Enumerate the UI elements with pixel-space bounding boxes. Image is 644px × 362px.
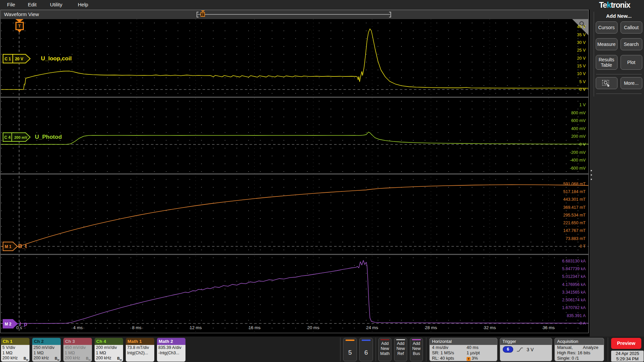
- ch4-scale-label: 1 V: [579, 102, 586, 108]
- horizontal-panel-title: Horizontal: [430, 338, 497, 345]
- time-axis-label: 36 ms: [537, 325, 560, 330]
- trigger-marker-flag-icon: T: [15, 22, 24, 30]
- math2-scale-label: 1.670782 kA: [562, 305, 586, 310]
- channel-badge-c1[interactable]: C 1 20 V: [3, 54, 31, 63]
- channel-badge-math2[interactable]: Math 2835.39 A/div-Intg(Ch3...: [157, 338, 185, 362]
- menu-file[interactable]: File: [7, 2, 15, 7]
- cursors-button[interactable]: Cursors: [596, 21, 618, 34]
- separator: [426, 338, 426, 361]
- trigger-position-marker[interactable]: T: [15, 19, 24, 33]
- callout-button[interactable]: Callout: [621, 21, 642, 34]
- menu-help[interactable]: Help: [78, 2, 88, 7]
- add-button-color-stripe: [396, 339, 405, 340]
- channel-badge-row: 450 mV/div: [65, 345, 91, 351]
- channel-slot-6[interactable]: 6: [359, 338, 373, 361]
- trace-label-math1[interactable]: B_t: [18, 242, 27, 251]
- channel-slots: 56: [343, 338, 373, 361]
- right-column: Add New... Cursors Callout Measure Searc…: [590, 10, 644, 337]
- waveform-view-header: Waveform View T: [1, 10, 588, 19]
- channel-badge-ch1[interactable]: Ch 15 V/div1 MΩ200 kHzBw: [1, 338, 30, 362]
- add-button-color-stripe: [380, 339, 389, 340]
- channel-badge-ch2[interactable]: Ch 2250 mV/div1 MΩ200 kHzBw: [32, 338, 61, 362]
- tektronix-logo: Tektronix: [599, 1, 630, 10]
- channel-badge-row: 200 mV/div: [96, 345, 122, 351]
- math-badge-m1[interactable]: M 1: [3, 242, 18, 251]
- time-axis-label: 12 ms: [184, 325, 207, 330]
- search-button[interactable]: Search: [621, 38, 642, 50]
- sidebar-divider: [596, 74, 642, 74]
- add-new-ref-button[interactable]: AddNewRef: [394, 338, 407, 361]
- trigger-panel[interactable]: Trigger 6 3 V: [500, 338, 552, 361]
- horizontal-position-indicator[interactable]: T: [197, 12, 391, 17]
- slot-number: 5: [343, 349, 357, 356]
- acquisition-panel[interactable]: Acquisition Manual,Analyze High Res: 16 …: [554, 338, 604, 361]
- results-table-button[interactable]: Results Table: [596, 55, 618, 70]
- add-new-math-button[interactable]: AddNewMath: [378, 338, 391, 361]
- indicator-trigger-flag-icon[interactable]: T: [201, 12, 205, 17]
- zoom-select-button[interactable]: [596, 77, 618, 89]
- menu-utility[interactable]: Utility: [50, 2, 62, 7]
- channel-badge-title: Math 1: [126, 338, 154, 345]
- separator: [340, 338, 340, 361]
- channel-badge-ch3[interactable]: Ch 3450 mV/div1 MΩ200 kHzBw: [63, 338, 92, 362]
- slot-number: 6: [360, 349, 373, 356]
- channel-slot-5[interactable]: 5: [343, 338, 357, 361]
- bandwidth-icon: Bw: [23, 356, 28, 362]
- channel-badge-row: 835.39 A/div: [158, 345, 184, 351]
- horizontal-panel[interactable]: Horizontal 4 ms/div40 ms SR: 1 MS/s1 µs/…: [429, 338, 497, 361]
- menu-edit[interactable]: Edit: [28, 2, 37, 7]
- time-text: 5:29:34 PM: [611, 356, 644, 362]
- svg-text:C 1: C 1: [5, 57, 11, 61]
- date-text: 24 Apr 2025: [611, 351, 644, 356]
- ch1-scale-label: 30 V: [577, 40, 586, 45]
- channel-badge-row: 200 kHzBw: [65, 356, 91, 361]
- add-new-bus-button[interactable]: AddNewBus: [410, 338, 423, 361]
- ch4-scale-label: 600 mV: [571, 118, 586, 123]
- time-axis-label: 24 ms: [360, 325, 384, 330]
- waveform-plot[interactable]: T C 1 20 V U_loop,coil C 4 200 mV U_Phot…: [1, 19, 588, 333]
- time-axis-label: 0 s: [7, 325, 31, 330]
- channel-badge-row: 5 V/div: [2, 345, 28, 351]
- preview-button[interactable]: Preview: [611, 338, 641, 349]
- plot-button[interactable]: Plot: [621, 55, 642, 70]
- math1-scale-label: 443.301 mT: [563, 197, 586, 202]
- channel-badge-row: 1 MΩ: [2, 351, 28, 356]
- trigger-source-badge: 6: [503, 346, 513, 353]
- add-button-label-line: Ref: [394, 351, 407, 356]
- math1-scale-label: 73.883 mT: [566, 236, 586, 241]
- channel-badge-title: Ch 2: [32, 338, 61, 345]
- math2-scale-label: 2.506174 kA: [562, 297, 586, 303]
- acquisition-analyze: Analyze: [583, 345, 598, 350]
- add-button-label-line: New: [379, 346, 391, 351]
- acquisition-mode: Manual,: [557, 345, 573, 350]
- ch1-scale-label: 35 V: [577, 32, 586, 38]
- sidebar-divider: [596, 94, 642, 94]
- measure-button[interactable]: Measure: [596, 38, 618, 50]
- add-button-label-line: New: [394, 346, 407, 351]
- add-button-label-line: Bus: [410, 351, 423, 356]
- channel-badge-ch4[interactable]: Ch 4200 mV/div1 MΩ200 kHzBw: [95, 338, 123, 362]
- time-axis-label: 16 ms: [243, 325, 266, 330]
- panel-drag-handle[interactable]: [591, 170, 592, 183]
- more-button[interactable]: More...: [621, 77, 642, 89]
- channel-badge-title: Math 2: [157, 338, 185, 345]
- acquisition-detail: High Res: 16 bits: [555, 350, 604, 356]
- add-button-color-stripe: [412, 339, 421, 340]
- horizontal-record-length: RL: 40 kpts: [432, 356, 467, 361]
- trace-label-ch1[interactable]: U_loop,coil: [41, 54, 72, 63]
- channel-badge-row: 250 mV/div: [34, 345, 59, 351]
- trace-label-ch4[interactable]: U_Photod: [35, 132, 62, 142]
- indicator-line: [198, 14, 390, 15]
- channel-badge-math1[interactable]: Math 173.8 mT/divIntg(Ch2)...: [126, 338, 154, 362]
- bandwidth-icon: Bw: [55, 356, 59, 362]
- add-new-header: Add New...: [594, 13, 644, 19]
- waveform-view-title: Waveform View: [4, 11, 39, 17]
- ch1-scale-label: 25 V: [577, 48, 586, 53]
- channel-badge-row: 200 kHzBw: [34, 356, 59, 361]
- time-axis-label: 4 ms: [66, 325, 90, 330]
- ch4-scale-label: -600 mV: [570, 166, 586, 171]
- trigger-flag-icon: T: [467, 357, 471, 361]
- math1-scale-label: 295.534 mT: [563, 213, 586, 218]
- channel-badge-row: -Intg(Ch3...: [158, 351, 184, 356]
- channel-badge-c4[interactable]: C 4 200 mV: [3, 132, 31, 142]
